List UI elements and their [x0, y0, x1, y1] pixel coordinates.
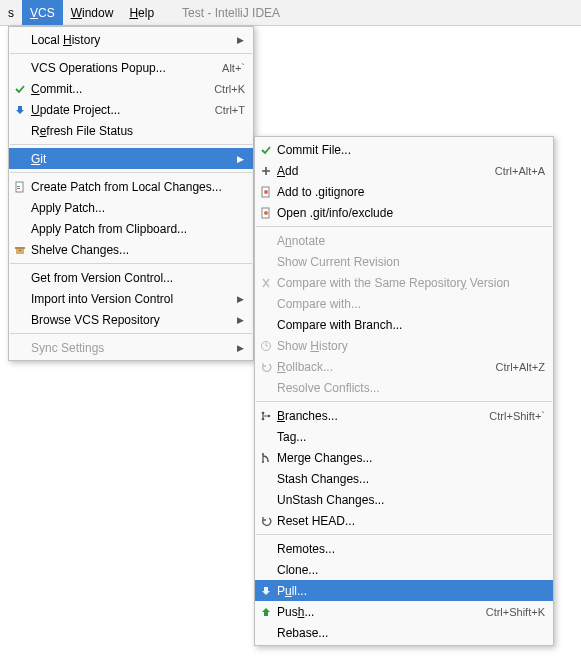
item-reset-head[interactable]: Reset HEAD... — [255, 510, 553, 531]
item-resolve[interactable]: Resolve Conflicts... — [255, 377, 553, 398]
label-rebase: Rebase... — [277, 626, 545, 640]
item-browse-repo[interactable]: Browse VCS Repository ▶ — [9, 309, 253, 330]
item-update-project[interactable]: Update Project... Ctrl+T — [9, 99, 253, 120]
label-push: Push... — [277, 605, 476, 619]
item-show-history[interactable]: Show History — [255, 335, 553, 356]
item-commit-file[interactable]: Commit File... — [255, 139, 553, 160]
label-update-project: Update Project... — [31, 103, 205, 117]
label-apply-patch: Apply Patch... — [31, 201, 245, 215]
item-get-vc[interactable]: Get from Version Control... — [9, 267, 253, 288]
menubar: s VCS Window Help Test - IntelliJ IDEA — [0, 0, 581, 26]
label-commit: Commit... — [31, 82, 204, 96]
separator — [10, 144, 252, 145]
merge-icon — [255, 452, 277, 464]
submenu-arrow-icon: ▶ — [235, 315, 245, 325]
item-branches[interactable]: Branches... Ctrl+Shift+` — [255, 405, 553, 426]
separator — [256, 401, 552, 402]
clock-icon — [255, 340, 277, 352]
check-icon — [255, 144, 277, 156]
label-show-history: Show History — [277, 339, 545, 353]
label-compare-branch: Compare with Branch... — [277, 318, 545, 332]
label-get-vc: Get from Version Control... — [31, 271, 245, 285]
svg-point-14 — [262, 453, 264, 455]
item-annotate[interactable]: Annotate — [255, 230, 553, 251]
item-show-revision[interactable]: Show Current Revision — [255, 251, 553, 272]
svg-point-12 — [262, 417, 265, 420]
label-resolve: Resolve Conflicts... — [277, 381, 545, 395]
label-commit-file: Commit File... — [277, 143, 545, 157]
item-git[interactable]: Git ▶ — [9, 148, 253, 169]
plus-icon — [255, 165, 277, 177]
item-open-exclude[interactable]: Open .git/info/exclude — [255, 202, 553, 223]
branches-icon — [255, 410, 277, 422]
git-submenu: Commit File... Add Ctrl+Alt+A Add to .gi… — [254, 136, 554, 646]
label-open-exclude: Open .git/info/exclude — [277, 206, 545, 220]
menubar-cut-item[interactable]: s — [0, 0, 22, 25]
menubar-window[interactable]: Window — [63, 0, 122, 25]
update-icon — [9, 104, 31, 116]
item-pull[interactable]: Pull... — [255, 580, 553, 601]
item-apply-patch[interactable]: Apply Patch... — [9, 197, 253, 218]
menubar-cut-label: s — [8, 6, 14, 20]
svg-point-9 — [264, 211, 268, 215]
item-local-history[interactable]: Local History ▶ — [9, 29, 253, 50]
item-merge[interactable]: Merge Changes... — [255, 447, 553, 468]
menubar-vcs[interactable]: VCS — [22, 0, 63, 25]
item-stash[interactable]: Stash Changes... — [255, 468, 553, 489]
menubar-help[interactable]: Help — [121, 0, 162, 25]
item-remotes[interactable]: Remotes... — [255, 538, 553, 559]
git-file-icon — [255, 207, 277, 219]
item-tag[interactable]: Tag... — [255, 426, 553, 447]
label-unstash: UnStash Changes... — [277, 493, 545, 507]
label-branches: Branches... — [277, 409, 479, 423]
label-stash: Stash Changes... — [277, 472, 545, 486]
item-compare-same[interactable]: Compare with the Same Repository Version — [255, 272, 553, 293]
label-local-history: Local History — [31, 33, 235, 47]
shortcut: Ctrl+K — [214, 83, 245, 95]
item-commit[interactable]: Commit... Ctrl+K — [9, 78, 253, 99]
svg-point-16 — [267, 460, 269, 462]
item-rebase[interactable]: Rebase... — [255, 622, 553, 643]
check-icon — [9, 83, 31, 95]
item-compare-branch[interactable]: Compare with Branch... — [255, 314, 553, 335]
item-shelve[interactable]: Shelve Changes... — [9, 239, 253, 260]
separator — [10, 263, 252, 264]
item-clone[interactable]: Clone... — [255, 559, 553, 580]
item-import-vc[interactable]: Import into Version Control ▶ — [9, 288, 253, 309]
svg-point-15 — [262, 461, 264, 463]
item-push[interactable]: Push... Ctrl+Shift+K — [255, 601, 553, 622]
item-add[interactable]: Add Ctrl+Alt+A — [255, 160, 553, 181]
svg-rect-1 — [17, 186, 20, 187]
label-show-revision: Show Current Revision — [277, 255, 545, 269]
label-refresh: Refresh File Status — [31, 124, 245, 138]
label-merge: Merge Changes... — [277, 451, 545, 465]
label-remotes: Remotes... — [277, 542, 545, 556]
item-vcs-ops-popup[interactable]: VCS Operations Popup... Alt+` — [9, 57, 253, 78]
shelve-icon — [9, 244, 31, 256]
item-apply-patch-clip[interactable]: Apply Patch from Clipboard... — [9, 218, 253, 239]
item-compare-with[interactable]: Compare with... — [255, 293, 553, 314]
item-refresh[interactable]: Refresh File Status — [9, 120, 253, 141]
shortcut: Alt+` — [222, 62, 245, 74]
separator — [256, 534, 552, 535]
item-rollback[interactable]: Rollback... Ctrl+Alt+Z — [255, 356, 553, 377]
label-vcs-ops-popup: VCS Operations Popup... — [31, 61, 212, 75]
submenu-arrow-icon: ▶ — [235, 343, 245, 353]
item-sync[interactable]: Sync Settings ▶ — [9, 337, 253, 358]
compare-icon — [255, 277, 277, 289]
svg-rect-5 — [19, 250, 21, 251]
shortcut: Ctrl+Shift+` — [489, 410, 545, 422]
submenu-arrow-icon: ▶ — [235, 294, 245, 304]
item-add-gitignore[interactable]: Add to .gitignore — [255, 181, 553, 202]
window-title: Test - IntelliJ IDEA — [182, 6, 280, 20]
label-shelve: Shelve Changes... — [31, 243, 245, 257]
shortcut: Ctrl+Shift+K — [486, 606, 545, 618]
item-create-patch[interactable]: Create Patch from Local Changes... — [9, 176, 253, 197]
vcs-dropdown: Local History ▶ VCS Operations Popup... … — [8, 26, 254, 361]
label-annotate: Annotate — [277, 234, 545, 248]
label-apply-patch-clip: Apply Patch from Clipboard... — [31, 222, 245, 236]
svg-rect-3 — [15, 247, 25, 249]
separator — [10, 172, 252, 173]
menubar-help-label: Help — [129, 6, 154, 20]
item-unstash[interactable]: UnStash Changes... — [255, 489, 553, 510]
